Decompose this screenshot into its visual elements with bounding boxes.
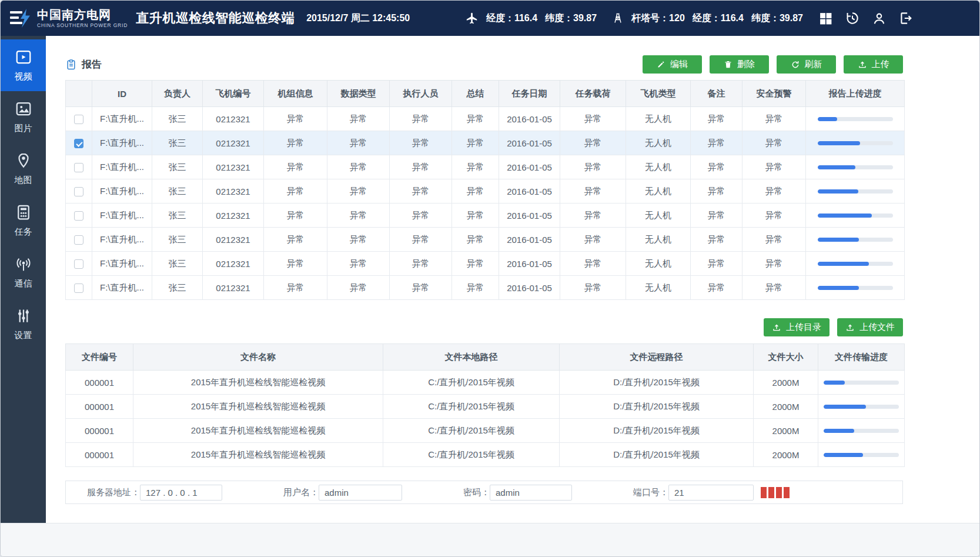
report-progress-bar: [818, 262, 893, 266]
sidebar-item-label: 地图: [15, 175, 32, 186]
row-checkbox[interactable]: [74, 139, 83, 148]
tower-longitude: 经度：116.4: [693, 12, 744, 25]
report-progress-bar-fill: [818, 286, 859, 290]
row-checkbox[interactable]: [74, 115, 83, 124]
cell-warning: 异常: [742, 228, 806, 252]
cell-summary: 异常: [452, 228, 499, 252]
cell-plane-no: 0212321: [203, 228, 264, 252]
file-progress-bar: [824, 405, 899, 409]
cell-executor: 异常: [390, 252, 452, 276]
app-title: 直升机巡检线智能巡检终端: [136, 9, 295, 27]
report-progress-bar: [818, 286, 893, 290]
report-table-row[interactable]: F:\直升机...张三0212321异常异常异常异常2016-01-05异常无人…: [66, 252, 905, 276]
file-table-row[interactable]: 0000012015年直升机巡检线智能巡检视频C:/直升机/2015年视频D:/…: [66, 419, 905, 443]
file-table-row[interactable]: 0000012015年直升机巡检线智能巡检视频C:/直升机/2015年视频D:/…: [66, 443, 905, 467]
refresh-button-label: 刷新: [805, 59, 822, 70]
sidebar-item-comms[interactable]: 通信: [1, 246, 46, 298]
cell-task-date: 2016-01-05: [499, 228, 560, 252]
sidebar-item-settings[interactable]: 设置: [1, 298, 46, 350]
cell-payload: 异常: [560, 131, 626, 155]
sidebar-item-map[interactable]: 地图: [1, 143, 46, 195]
cell-owner: 张三: [152, 276, 203, 300]
cell-upload-progress: [806, 228, 905, 252]
report-table-row[interactable]: F:\直升机...张三0212321异常异常异常异常2016-01-05异常无人…: [66, 204, 905, 228]
username-input[interactable]: [319, 485, 402, 501]
upload-button[interactable]: 上传: [844, 55, 903, 74]
tasks-icon: [15, 204, 32, 221]
file-progress-bar-fill: [824, 429, 854, 433]
cell-crew-info: 异常: [264, 228, 327, 252]
antenna-icon: [15, 255, 32, 273]
map-pin-icon: [15, 152, 32, 169]
cell-file-no: 000001: [66, 419, 133, 443]
col-file-size: 文件大小: [754, 344, 818, 371]
row-checkbox[interactable]: [74, 211, 83, 221]
cell-payload: 异常: [560, 155, 626, 179]
delete-button[interactable]: 删除: [710, 55, 769, 74]
cell-owner: 张三: [152, 131, 203, 155]
history-icon[interactable]: [845, 11, 860, 26]
server-address-input[interactable]: [140, 485, 222, 501]
cell-id: F:\直升机...: [92, 131, 152, 155]
sidebar-item-tasks[interactable]: 任务: [1, 195, 46, 246]
report-table-row[interactable]: F:\直升机...张三0212321异常异常异常异常2016-01-05异常无人…: [66, 228, 905, 252]
edit-button-label: 编辑: [670, 59, 688, 70]
upload-directory-button[interactable]: 上传目录: [764, 318, 830, 336]
password-input[interactable]: [490, 485, 572, 501]
edit-button[interactable]: 编辑: [643, 55, 702, 74]
report-table-header-row: ID 负责人 飞机编号 机组信息 数据类型 执行人员 总结 任务日期 任务载荷 …: [66, 81, 905, 107]
upload-button-label: 上传: [872, 59, 889, 70]
cell-data-type: 异常: [327, 204, 390, 228]
report-progress-bar: [818, 165, 893, 169]
logout-icon[interactable]: [898, 11, 914, 26]
report-progress-bar: [818, 238, 893, 242]
cell-file-no: 000001: [66, 371, 133, 395]
sidebar-item-images[interactable]: 图片: [1, 91, 46, 143]
signal-bar: [784, 487, 790, 498]
file-table-row[interactable]: 0000012015年直升机巡检线智能巡检视频C:/直升机/2015年视频D:/…: [66, 395, 905, 419]
sidebar-item-video[interactable]: 视频: [1, 39, 46, 91]
port-input[interactable]: [668, 485, 754, 501]
cell-summary: 异常: [452, 107, 499, 131]
cell-crew-info: 异常: [264, 131, 327, 155]
cell-remote-path: D:/直升机/2015年视频: [560, 419, 754, 443]
windows-icon[interactable]: [818, 11, 833, 26]
window-bottom-strip: [1, 523, 979, 556]
cell-plane-no: 0212321: [203, 107, 264, 131]
report-table-row[interactable]: F:\直升机...张三0212321异常异常异常异常2016-01-05异常无人…: [66, 131, 905, 155]
file-table-row[interactable]: 0000012015年直升机巡检线智能巡检视频C:/直升机/2015年视频D:/…: [66, 371, 905, 395]
cell-remark: 异常: [691, 276, 742, 300]
cell-plane-type: 无人机: [626, 155, 691, 179]
col-id: ID: [92, 81, 152, 107]
row-checkbox[interactable]: [74, 163, 83, 172]
cell-plane-type: 无人机: [626, 228, 691, 252]
report-table-row[interactable]: F:\直升机...张三0212321异常异常异常异常2016-01-05异常无人…: [66, 179, 905, 204]
row-checkbox[interactable]: [74, 283, 83, 293]
select-cell: [66, 131, 92, 155]
cell-data-type: 异常: [327, 252, 390, 276]
row-checkbox[interactable]: [74, 259, 83, 269]
row-checkbox[interactable]: [74, 187, 83, 196]
cell-crew-info: 异常: [264, 252, 327, 276]
port-label: 端口号：: [633, 487, 668, 498]
refresh-button[interactable]: 刷新: [777, 55, 836, 74]
row-checkbox[interactable]: [74, 235, 83, 245]
server-address-label: 服务器地址：: [87, 487, 140, 498]
report-table-row[interactable]: F:\直升机...张三0212321异常异常异常异常2016-01-05异常无人…: [66, 107, 905, 131]
cell-file-size: 2000M: [754, 419, 818, 443]
upload-file-button[interactable]: 上传文件: [837, 318, 903, 336]
cell-remark: 异常: [691, 252, 742, 276]
cell-owner: 张三: [152, 155, 203, 179]
cell-data-type: 异常: [327, 155, 390, 179]
cell-data-type: 异常: [327, 228, 390, 252]
report-progress-bar-fill: [818, 214, 872, 218]
report-table-row[interactable]: F:\直升机...张三0212321异常异常异常异常2016-01-05异常无人…: [66, 276, 905, 300]
user-icon[interactable]: [872, 11, 887, 26]
cell-summary: 异常: [452, 252, 499, 276]
file-table: 文件编号 文件名称 文件本地路径 文件远程路径 文件大小 文件传输进度 0000…: [65, 343, 905, 467]
tower-number: 杆塔号：120: [631, 12, 685, 25]
col-local-path: 文件本地路径: [383, 344, 560, 371]
server-settings-bar: 服务器地址： 用户名： 密码： 端口号：: [65, 481, 903, 504]
cell-crew-info: 异常: [264, 179, 327, 204]
report-table-row[interactable]: F:\直升机...张三0212321异常异常异常异常2016-01-05异常无人…: [66, 155, 905, 179]
